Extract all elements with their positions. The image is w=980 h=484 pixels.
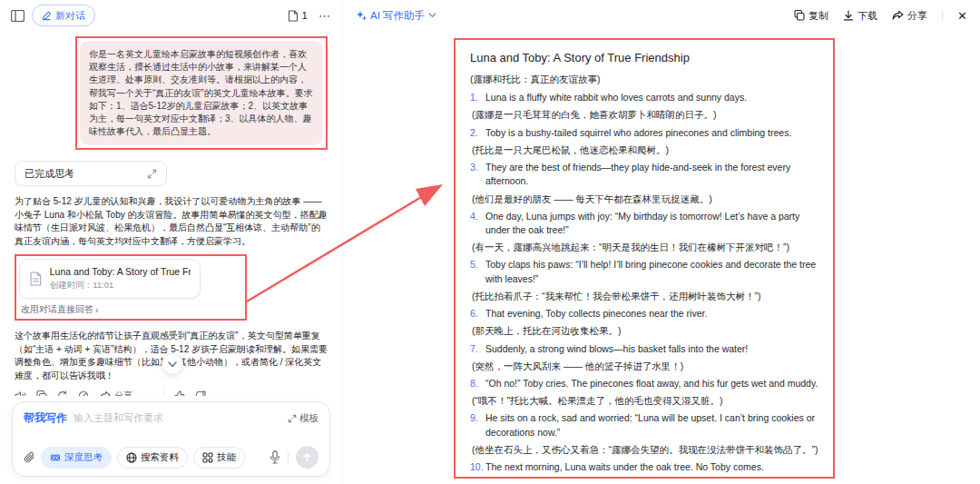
send-button[interactable]: [296, 446, 318, 469]
story-line-number: 10.: [470, 460, 485, 474]
composer-box[interactable]: 帮我写作 输入主题和写作要求 模板 深度思考 搜索资料: [12, 401, 330, 477]
deep-think-label: 深度思考: [64, 451, 103, 464]
read-aloud-icon[interactable]: [15, 390, 26, 396]
deep-think-toggle[interactable]: 深度思考: [41, 447, 112, 469]
story-line-number: 9.: [470, 411, 485, 439]
story-line-english: 4. One day, Luna jumps with joy: “My bir…: [470, 210, 818, 237]
story-line-english-text: Toby is a bushy-tailed squirrel who ador…: [485, 126, 791, 140]
story-line: 1. Luna is a fluffy white rabbit who lov…: [470, 91, 818, 122]
annotation-box-card: Luna and Toby: A Story of True Friends..…: [15, 254, 247, 321]
assistant-intro-text: 为了贴合 5-12 岁儿童的认知和兴趣，我设计了以可爱动物为主角的故事 —— 小…: [15, 195, 328, 248]
story-line-english: 3. They are the best of friends—they pla…: [470, 161, 818, 188]
composer-input[interactable]: 输入主题和写作要求: [74, 411, 281, 425]
arrow-up-icon: [302, 452, 312, 462]
new-chat-label: 新对话: [55, 9, 85, 23]
copy-icon: [794, 10, 805, 21]
divider: [288, 452, 289, 463]
generated-document[interactable]: Luna and Toby: A Story of True Friendshi…: [454, 38, 835, 479]
story-line-english-text: “Oh no!” Toby cries. The pinecones float…: [485, 377, 818, 390]
template-button[interactable]: 模板: [288, 412, 318, 425]
share-message-icon[interactable]: [99, 390, 111, 396]
circle-slash-icon[interactable]: [78, 390, 89, 396]
sidebar-toggle-icon[interactable]: [11, 10, 24, 22]
thumbs-up-icon[interactable]: [174, 390, 185, 396]
copy-doc-button[interactable]: 复制: [794, 9, 828, 23]
help-me-write-button[interactable]: 帮我写作: [24, 410, 67, 426]
story-line-english: 6. That evening, Toby collects pinecones…: [470, 307, 818, 321]
story-line-chinese: (露娜是一只毛茸茸的白兔，她喜欢胡萝卜和晴朗的日子。): [470, 108, 818, 122]
story-line-chinese: (托比拍着爪子：“我来帮忙！我会带松果饼干，还用树叶装饰大树！”): [470, 290, 818, 303]
switch-to-chat-answer-link[interactable]: 改用对话直接回答 ›: [19, 299, 242, 319]
deep-think-icon: [50, 452, 61, 463]
skills-button[interactable]: 技能: [193, 447, 245, 469]
story-line-english: 10. The next morning, Luna waits under t…: [470, 460, 818, 474]
download-icon: [843, 10, 854, 21]
story-line-chinese: (第二天早上，露娜在橡树下等待。托比没有来。): [470, 478, 818, 479]
story-line-english: 9. He sits on a rock, sad and worried: “…: [470, 411, 818, 439]
story-line-english: 5. Toby claps his paws: “I’ll help! I’ll…: [470, 258, 818, 285]
skills-grid-icon: [202, 452, 213, 463]
doc-count[interactable]: 1: [288, 10, 308, 22]
assistant-label: AI 写作助手: [370, 9, 425, 23]
assistant-selector[interactable]: AI 写作助手: [356, 9, 436, 23]
story-line: 2. Toby is a bushy-tailed squirrel who a…: [470, 126, 818, 157]
share-message-label[interactable]: 分享: [114, 390, 132, 396]
divider: [163, 390, 164, 396]
more-menu-icon[interactable]: ⋯: [318, 9, 331, 23]
annotation-box-prompt: 你是一名英文儿童绘本启蒙故事的短视频创作者，喜欢观察生活，擅长通过生活中的小故事…: [75, 36, 328, 150]
skills-label: 技能: [217, 451, 236, 464]
story-line-number: 6.: [470, 307, 485, 321]
generated-doc-card[interactable]: Luna and Toby: A Story of True Friends..…: [19, 259, 201, 299]
story-line-chinese: (那天晚上，托比在河边收集松果。): [470, 324, 818, 338]
story-line-english: 2. Toby is a bushy-tailed squirrel who a…: [470, 126, 818, 140]
story-line-number: 7.: [470, 342, 485, 356]
search-materials-button[interactable]: 搜索资料: [117, 447, 188, 469]
document-title: Luna and Toby: A Story of True Friendshi…: [470, 51, 818, 64]
story-line: 4. One day, Luna jumps with joy: “My bir…: [470, 210, 818, 255]
doc-card-title: Luna and Toby: A Story of True Friends..…: [50, 266, 191, 277]
download-doc-button[interactable]: 下载: [843, 9, 877, 23]
share-doc-button[interactable]: 分享: [892, 9, 927, 23]
story-line: 3. They are the best of friends—they pla…: [470, 161, 818, 206]
thinking-done-label: 已完成思考: [24, 167, 74, 181]
scroll-to-bottom-button[interactable]: [162, 353, 183, 375]
story-line-english-text: They are the best of friends—they play h…: [485, 161, 818, 188]
new-chat-button[interactable]: 新对话: [32, 5, 95, 26]
story-line: 7. Suddenly, a strong wind blows—his bas…: [470, 342, 818, 373]
edit-icon: [42, 11, 52, 21]
thumbs-down-icon[interactable]: [195, 390, 206, 396]
story-line-chinese: (突然，一阵大风刮来 —— 他的篮子掉进了水里！): [470, 360, 818, 373]
sparkle-icon: [356, 10, 367, 21]
chat-scroll-area[interactable]: 你是一名英文儿童绘本启蒙故事的短视频创作者，喜欢观察生活，擅长通过生活中的小故事…: [0, 31, 342, 396]
chevron-down-icon: [428, 13, 436, 18]
story-line-english-text: Suddenly, a strong wind blows—his basket…: [485, 342, 748, 356]
chat-panel: 新对话 1 ⋯ 你是一名英文儿童绘本启蒙故事的短视频创作者，喜欢观察生活，擅长通…: [0, 0, 343, 484]
story-line: 6. That evening, Toby collects pinecones…: [470, 307, 818, 338]
story-line-number: 1.: [470, 91, 485, 104]
regenerate-icon[interactable]: [57, 390, 68, 396]
copy-message-icon[interactable]: [36, 390, 47, 396]
expand-icon: [147, 169, 157, 179]
attachment-icon[interactable]: [24, 451, 35, 464]
microphone-icon[interactable]: [270, 450, 280, 464]
search-materials-label: 搜索资料: [141, 451, 179, 464]
story-line-number: 4.: [470, 210, 485, 237]
story-line-chinese: (“哦不！”托比大喊。松果漂走了，他的毛也变得又湿又脏。): [470, 394, 818, 408]
close-panel-icon[interactable]: ✕: [957, 9, 967, 23]
story-line: 9. He sits on a rock, sad and worried: “…: [470, 411, 818, 457]
chevron-down-icon: [168, 361, 177, 368]
download-doc-label: 下载: [858, 9, 877, 23]
thinking-done-toggle[interactable]: 已完成思考: [15, 161, 167, 186]
story-line: 10. The next morning, Luna waits under t…: [470, 460, 818, 479]
template-label: 模板: [299, 412, 318, 425]
user-message-bubble: 你是一名英文儿童绘本启蒙故事的短视频创作者，喜欢观察生活，擅长通过生活中的小故事…: [80, 41, 323, 145]
globe-icon: [126, 452, 137, 463]
story-line-english-text: That evening, Toby collects pinecones ne…: [485, 307, 707, 321]
story-line-english-text: The next morning, Luna waits under the o…: [485, 460, 764, 474]
story-line: 5. Toby claps his paws: “I’ll help! I’ll…: [470, 258, 818, 303]
doc-count-value: 1: [302, 10, 308, 21]
message-more-icon[interactable]: ⋯: [142, 390, 153, 396]
share-doc-label: 分享: [907, 9, 927, 23]
story-line-english-text: Toby claps his paws: “I’ll help! I’ll br…: [485, 258, 818, 285]
story-line-chinese: (托比是一只大尾巴松鼠，他迷恋松果和爬树。): [470, 143, 818, 157]
